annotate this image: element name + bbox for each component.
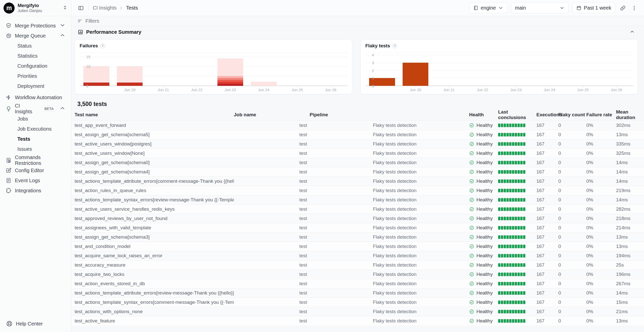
- sidebar-item-jobs[interactable]: Jobs: [3, 114, 68, 124]
- cell-failure-rate: 0%: [586, 206, 616, 212]
- table-row[interactable]: test_acquire_same_lock_raises_an_errorte…: [71, 251, 644, 260]
- cell-failure-rate: 0%: [586, 178, 616, 184]
- cell-last-conclusions: [498, 235, 536, 239]
- cell-test-name: test_assign_get_schema[schema5]: [75, 132, 234, 137]
- table-row[interactable]: test_app_event_forwardtestFlaky tests de…: [71, 121, 644, 130]
- table-row[interactable]: test_active_featuretestFlaky tests detec…: [71, 316, 644, 325]
- cell-mean-duration: 13ms: [616, 318, 640, 324]
- table-row[interactable]: test_actions_template_attribute_errors[c…: [71, 176, 644, 186]
- sidebar-item-commands-restrictions[interactable]: Commands Restrictions: [3, 155, 68, 165]
- cell-flaky-count: 0: [558, 188, 586, 193]
- table-row[interactable]: test_action_events_stored_in_dbtestFlaky…: [71, 279, 644, 288]
- sidebar-item-workflow-automation[interactable]: Workflow Automation: [3, 92, 68, 102]
- help-icon[interactable]: ?: [392, 44, 397, 48]
- sidebar-item-integrations[interactable]: Integrations: [3, 186, 68, 196]
- table-row[interactable]: test_assign_get_schema[schema3]testFlaky…: [71, 232, 644, 242]
- sidebar-item-config-editor[interactable]: Config Editor: [3, 165, 68, 175]
- table-row[interactable]: test_assignees_with_valid_templatetestFl…: [71, 223, 644, 232]
- cell-flaky-count: 0: [558, 318, 586, 324]
- chevron-down-icon: [59, 22, 66, 28]
- cell-test-name: test_acquire_two_locks: [75, 272, 234, 277]
- cell-pipeline: Flaky tests detection: [310, 197, 469, 203]
- cell-job-name: test: [234, 318, 310, 324]
- cell-pipeline: Flaky tests detection: [310, 141, 469, 147]
- x-tick-label: Jun 23: [214, 88, 247, 92]
- cell-failure-rate: 0%: [586, 197, 616, 203]
- table-row[interactable]: test_assign_get_schema[schema0]testFlaky…: [71, 158, 644, 167]
- cell-last-conclusions: [498, 273, 536, 276]
- repository-label: engine: [481, 5, 496, 11]
- cell-job-name: test: [234, 244, 310, 249]
- sidebar-item-merge-queue[interactable]: Merge Queue: [3, 31, 68, 41]
- y-tick-label: 0: [86, 84, 93, 88]
- table-row[interactable]: test_and_condition_modeltestFlaky tests …: [71, 242, 644, 251]
- x-tick-label: [80, 88, 113, 92]
- table-row[interactable]: test_acquire_two_lockstestFlaky tests de…: [71, 270, 644, 279]
- sidebar-item-merge-protections[interactable]: Merge Protections: [3, 21, 68, 31]
- check-circle-icon: [469, 197, 474, 202]
- branch-selector[interactable]: main: [511, 3, 569, 13]
- sidebar-item-ci-insights[interactable]: CI InsightsBETA: [3, 104, 68, 114]
- check-circle-icon: [469, 244, 474, 249]
- date-range-button[interactable]: Past 1 week: [572, 3, 615, 13]
- table-row[interactable]: test_active_users_window[postgres]testFl…: [71, 139, 644, 149]
- sidebar-item-status[interactable]: Status: [3, 41, 68, 51]
- date-range-label: Past 1 week: [584, 5, 611, 11]
- check-circle-icon: [469, 216, 474, 221]
- table-row[interactable]: test_accuracy_measuretestFlaky tests det…: [71, 260, 644, 270]
- y-tick-label: 2: [372, 68, 379, 72]
- chart-slot: [365, 53, 399, 86]
- collapse-section-button[interactable]: [629, 29, 638, 35]
- table-row[interactable]: test_approved_reviews_by_user_not_foundt…: [71, 214, 644, 223]
- sidebar-item-event-logs[interactable]: Event Logs: [3, 175, 68, 186]
- help-center-link[interactable]: Help Center: [6, 320, 43, 327]
- sidebar-item-configuration[interactable]: Configuration: [3, 61, 68, 71]
- table-row[interactable]: test_assign_get_schema[schema5]testFlaky…: [71, 130, 644, 139]
- cell-executions: 167: [536, 225, 558, 231]
- table-row[interactable]: test_active_users_window[None]testFlaky …: [71, 149, 644, 158]
- sidebar-item-statistics[interactable]: Statistics: [3, 51, 68, 61]
- cell-flaky-count: 0: [558, 169, 586, 175]
- sidebar-item-issues[interactable]: Issues: [3, 144, 68, 154]
- cell-executions: 167: [536, 318, 558, 324]
- cell-job-name: test: [234, 206, 310, 212]
- cell-failure-rate: 0%: [586, 234, 616, 240]
- cell-flaky-count: 0: [558, 309, 586, 314]
- breadcrumb-ci-insights[interactable]: CI Insights: [93, 5, 116, 11]
- cell-executions: 167: [536, 197, 558, 203]
- more-options-button[interactable]: [630, 4, 638, 12]
- cell-test-name: test_active_users_service_handles_redis_…: [75, 206, 234, 212]
- help-icon[interactable]: ?: [100, 44, 105, 48]
- cell-last-conclusions: [498, 179, 536, 183]
- check-circle-icon: [469, 253, 474, 258]
- table-row[interactable]: test_actions_template_attribute_errors[r…: [71, 288, 644, 298]
- table-row[interactable]: test_actions_template_syntax_errors[comm…: [71, 298, 644, 307]
- chart-slot: [399, 53, 432, 86]
- sidebar-item-label: Integrations: [15, 188, 41, 194]
- org-switcher[interactable]: m Mergifyio Julien Danjou: [0, 0, 71, 16]
- cell-failure-rate: 0%: [586, 132, 616, 137]
- sidebar-item-deployment[interactable]: Deployment: [3, 81, 68, 91]
- table-row[interactable]: test_active_users_service_handles_redis_…: [71, 204, 644, 214]
- cell-health: Healthy: [469, 141, 498, 147]
- cell-mean-duration: 302ms: [616, 123, 640, 128]
- repository-selector[interactable]: engine: [469, 3, 507, 13]
- share-link-button[interactable]: [619, 4, 627, 12]
- table-row[interactable]: test_assign_get_schema[schema4]testFlaky…: [71, 167, 644, 176]
- sidebar-item-priorities[interactable]: Priorities: [3, 71, 68, 81]
- sidebar-item-tests[interactable]: Tests: [3, 134, 68, 144]
- chart-slot: [432, 53, 466, 86]
- cell-mean-duration: 14ms: [616, 197, 640, 203]
- table-row[interactable]: test_action_rules_in_queue_rulestestFlak…: [71, 186, 644, 195]
- cell-job-name: test: [234, 309, 310, 314]
- cell-failure-rate: 0%: [586, 253, 616, 259]
- table-row[interactable]: test_actions_template_syntax_errors[revi…: [71, 195, 644, 204]
- cell-job-name: test: [234, 160, 310, 165]
- sidebar-item-job-executions[interactable]: Job Executions: [3, 124, 68, 134]
- check-circle-icon: [469, 263, 474, 268]
- table-row[interactable]: test_actions_with_options_nonetestFlaky …: [71, 307, 644, 316]
- cell-flaky-count: 0: [558, 281, 586, 286]
- sidebar-toggle-button[interactable]: [77, 4, 85, 12]
- topbar-actions: engine main Past 1 week: [469, 3, 638, 13]
- filters-button[interactable]: Filters: [77, 18, 99, 24]
